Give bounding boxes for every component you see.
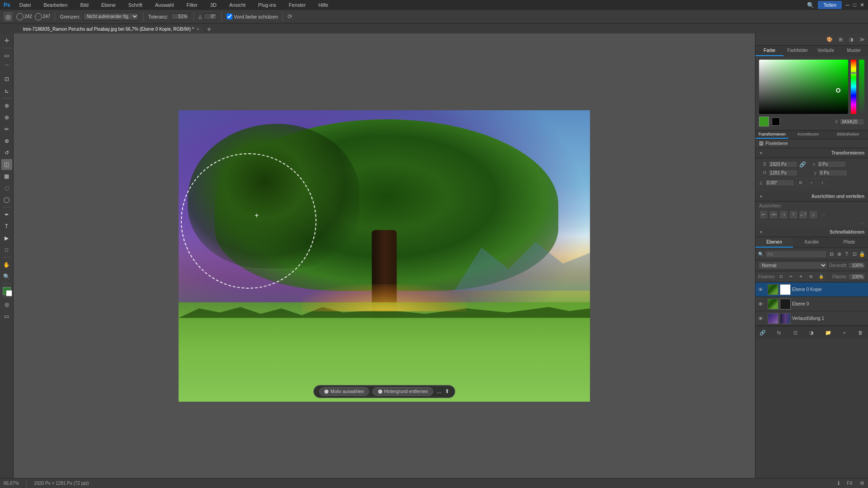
flip-v-btn[interactable]: ↕ [818, 178, 827, 187]
props-tab-bibliotheken[interactable]: Bibliotheken [828, 131, 868, 139]
menu-bearbeiten[interactable]: Bearbeiten [40, 1, 71, 9]
menu-bild[interactable]: Bild [77, 1, 92, 9]
background-swatch[interactable] [772, 117, 780, 126]
layers-filter-btn[interactable]: ⊟ [828, 249, 835, 258]
history-brush-tool[interactable]: ↺ [1, 147, 12, 158]
lock-transparent-btn[interactable]: ⊡ [777, 272, 785, 281]
hex-input[interactable] [840, 118, 864, 125]
document-tab[interactable]: tree-7186835_Ramon Perucho auf Pixabay.j… [18, 24, 204, 33]
hand-tool[interactable]: ✋ [1, 259, 12, 270]
share-button[interactable]: Teilen [818, 1, 842, 9]
more-options-btn[interactable]: ··· [759, 220, 864, 225]
status-settings-btn[interactable]: ⚙ [860, 480, 864, 486]
panel-properties-icon[interactable]: ⊞ [835, 34, 845, 44]
lock-position-btn[interactable]: ✛ [797, 272, 805, 281]
vordfarbe-checkbox[interactable] [226, 14, 232, 19]
panel-adjustments-icon[interactable]: ◑ [846, 34, 856, 44]
color-hue-strip[interactable] [851, 60, 856, 114]
add-mask-btn[interactable]: ⊡ [791, 328, 800, 337]
layer-item-ebene0[interactable]: 👁 Ebene 0 [755, 297, 868, 311]
width-input[interactable] [768, 161, 797, 168]
tab-close-icon[interactable]: × [197, 27, 199, 32]
layers-tab-pfade[interactable]: Pfade [830, 237, 868, 248]
quick-mask-toggle[interactable]: ◎ [1, 299, 12, 310]
link-proportions-icon[interactable]: 🔗 [799, 161, 806, 168]
tab-verlaeufe[interactable]: Verläufe [812, 46, 840, 56]
marquee-tool[interactable]: ▭ [1, 50, 12, 61]
angle-props-input[interactable] [765, 179, 794, 186]
path-select-tool[interactable]: ▶ [1, 233, 12, 244]
gradient-tool[interactable]: ▦ [1, 171, 12, 182]
select-subject-btn[interactable]: ⬤ Motiv auswählen [319, 387, 369, 396]
menu-fenster[interactable]: Fenster [285, 1, 309, 9]
x-input[interactable] [817, 161, 846, 168]
lasso-tool[interactable]: ⌒ [1, 62, 12, 73]
background-color[interactable] [6, 290, 12, 296]
align-left-btn[interactable]: ⊢ [759, 210, 768, 219]
layer-visibility-ebene0kopie[interactable]: 👁 [758, 287, 766, 292]
layer-visibility-verlausfuellung[interactable]: 👁 [758, 316, 766, 321]
layers-group-btn[interactable]: T [844, 249, 850, 258]
layers-tab-ebenen[interactable]: Ebenen [755, 237, 793, 248]
transformieren-header[interactable]: ▼ Transformieren [755, 148, 868, 158]
layer-item-verlausfuellung[interactable]: 👁 Verlausfüllung 1 [755, 311, 868, 326]
screen-mode-toggle[interactable]: ▭ [1, 311, 12, 322]
schnellaktionen-header[interactable]: ▼ Schnellaktionen [755, 227, 868, 237]
grenzen-select[interactable]: Nicht aufeinander flg. [83, 13, 139, 20]
props-tab-korrekturen[interactable]: Korrekturen [788, 131, 828, 139]
minimize-button[interactable]: ─ [845, 2, 849, 8]
remove-bg-btn[interactable]: ⬤ Hintergrund entfernen [373, 387, 433, 396]
menu-schrift[interactable]: Schrift [125, 1, 146, 9]
layer-visibility-ebene0[interactable]: 👁 [758, 301, 766, 307]
layers-search-input[interactable] [765, 250, 827, 258]
layer-item-ebene0kopie[interactable]: 👁 Ebene 0 Kopie [755, 282, 868, 297]
menu-hilfe[interactable]: Hilfe [315, 1, 332, 9]
menu-3d[interactable]: 3D [207, 1, 220, 9]
layers-tab-kanaele[interactable]: Kanäle [793, 237, 830, 248]
stamp-tool[interactable]: ⊕ [1, 136, 12, 146]
angle-input[interactable] [203, 13, 217, 20]
refresh-tool-btn[interactable]: ⟳ [288, 13, 292, 20]
distribute-more-btn[interactable]: ··· [819, 210, 828, 219]
context-expand-btn[interactable]: ⬆ [445, 388, 449, 394]
new-tab-button[interactable]: + [204, 25, 214, 33]
layers-settings-btn[interactable]: 🔒 [859, 249, 865, 258]
layers-mask-btn[interactable]: ⊡ [851, 249, 858, 258]
link-layers-btn[interactable]: 🔗 [758, 328, 767, 337]
add-layer-btn[interactable]: + [840, 328, 849, 337]
props-tab-eigenschaften[interactable]: Transformieren [755, 131, 788, 139]
align-top-btn[interactable]: ⊤ [789, 210, 798, 219]
menu-datei[interactable]: Datei [16, 1, 35, 9]
tab-farbfelder[interactable]: Farbfelder [783, 46, 811, 56]
context-more-btn[interactable]: ... [437, 388, 441, 394]
lock-all-btn[interactable]: 🔒 [817, 272, 825, 281]
height-input[interactable] [768, 169, 797, 176]
close-button[interactable]: ✕ [860, 2, 864, 8]
blur-tool[interactable]: ◌ [1, 183, 12, 193]
menu-ebene[interactable]: Ebene [98, 1, 119, 9]
shape-tool[interactable]: □ [1, 244, 12, 255]
foreground-color[interactable] [3, 287, 11, 295]
align-right-btn[interactable]: ⊣ [779, 210, 788, 219]
eraser-tool[interactable]: ◫ [1, 159, 12, 170]
pen-tool[interactable]: ✒ [1, 209, 12, 220]
y-input[interactable] [818, 169, 848, 176]
fill-input[interactable] [848, 273, 865, 280]
menu-filter[interactable]: Filter [183, 1, 201, 9]
toleranz-input[interactable] [171, 13, 189, 20]
add-adjustment-btn[interactable]: ◑ [807, 328, 816, 337]
color-gradient-field[interactable] [759, 60, 848, 114]
align-bottom-btn[interactable]: ⊥ [809, 210, 818, 219]
color-alpha-strip[interactable] [859, 60, 864, 114]
heal-tool[interactable]: ⊛ [1, 112, 12, 123]
align-hcenter-btn[interactable]: ⊣⊢ [769, 210, 778, 219]
ausrichten-header[interactable]: ▼ Ausrichten und verteilen [755, 192, 868, 202]
object-select-tool[interactable]: ⊡ [1, 74, 12, 84]
dodge-tool[interactable]: ◯ [1, 194, 12, 205]
panel-color-icon[interactable]: 🎨 [825, 34, 835, 44]
tab-farbe[interactable]: Farbe [755, 46, 783, 56]
align-vcenter-btn[interactable]: ⊥⊤ [799, 210, 808, 219]
lock-artboard-btn[interactable]: ⊞ [807, 272, 815, 281]
canvas-area[interactable]: + ⬤ Motiv auswählen ⬤ Hintergrund entfer… [14, 33, 755, 478]
angle-selector[interactable]: ⊙ [796, 178, 805, 187]
